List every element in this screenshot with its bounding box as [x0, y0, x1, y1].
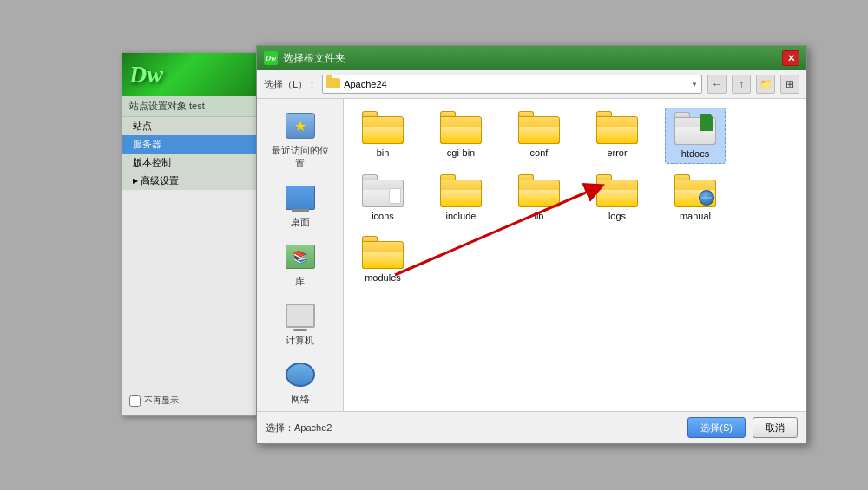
- file-item-icons[interactable]: icons: [352, 171, 413, 225]
- file-name-cgi-bin: cgi-bin: [447, 147, 475, 159]
- file-name-modules: modules: [365, 272, 401, 284]
- dw-site-label: 站点设置对象 test: [122, 96, 273, 117]
- dw-menu-item-site[interactable]: 站点: [122, 117, 273, 135]
- file-name-htdocs: htdocs: [681, 148, 709, 160]
- sidebar-label-library: 库: [295, 275, 305, 288]
- files-grid: bin cgi-bin: [352, 108, 798, 288]
- folder-icon-manual: [674, 174, 716, 207]
- dont-show-checkbox[interactable]: [129, 395, 141, 407]
- dialog-main: 最近访问的位置 桌面 📚 库 计算机: [257, 99, 806, 411]
- dialog-titlebar: Dw 选择根文件夹 ✕: [257, 46, 806, 70]
- sidebar-label-desktop: 桌面: [291, 216, 310, 229]
- dialog-title: 选择根文件夹: [283, 51, 782, 66]
- folder-icon-conf: [518, 111, 560, 144]
- folder-icon-modules: [362, 236, 404, 269]
- dw-background-window: Dw 站点设置对象 test 站点 服务器 版本控制 ▶ 高级设置 不再显示: [122, 52, 273, 416]
- toolbar-path-dropdown[interactable]: Apache24 ▼: [322, 75, 702, 94]
- file-name-include: include: [446, 211, 477, 222]
- sidebar-item-recent[interactable]: 最近访问的位置: [266, 106, 335, 174]
- file-item-lib[interactable]: lib: [509, 171, 569, 225]
- file-item-error[interactable]: error: [587, 108, 648, 164]
- sidebar-item-desktop[interactable]: 桌面: [266, 178, 335, 233]
- file-item-logs[interactable]: logs: [587, 171, 648, 225]
- file-name-manual: manual: [680, 211, 711, 222]
- file-name-logs: logs: [608, 211, 626, 222]
- confirm-button[interactable]: 选择(S): [687, 417, 746, 438]
- dialog-bottom-buttons: 选择(S) 取消: [687, 417, 798, 438]
- sidebar-item-computer[interactable]: 计算机: [266, 296, 335, 351]
- dw-checkbox-area: 不再显示: [129, 395, 179, 407]
- folder-icon-htdocs: [674, 112, 716, 145]
- file-item-cgi-bin[interactable]: cgi-bin: [431, 108, 491, 164]
- new-folder-button[interactable]: 📁: [756, 75, 775, 94]
- folder-icon-icons: [362, 174, 404, 207]
- library-icon: 📚: [285, 241, 316, 272]
- dialog-files-area: bin cgi-bin: [344, 99, 806, 411]
- sidebar-item-network[interactable]: 网络: [266, 355, 335, 410]
- close-button[interactable]: ✕: [782, 50, 799, 66]
- file-item-bin[interactable]: bin: [352, 108, 413, 164]
- dialog-toolbar: 选择（L）： Apache24 ▼ ← ↑ 📁 ⊞: [257, 70, 806, 99]
- file-name-lib: lib: [534, 211, 543, 222]
- dw-header: Dw: [122, 53, 273, 96]
- folder-icon-logs: [596, 174, 638, 207]
- file-name-icons: icons: [372, 211, 394, 222]
- dw-titlebar-icon: Dw: [264, 51, 278, 65]
- file-item-modules[interactable]: modules: [352, 232, 413, 287]
- dw-logo: Dw: [129, 61, 163, 88]
- sidebar-label-recent: 最近访问的位置: [270, 144, 331, 170]
- cancel-button[interactable]: 取消: [753, 417, 798, 438]
- recent-icon: [285, 110, 316, 141]
- folder-icon-lib: [518, 174, 560, 207]
- folder-icon-cgi-bin: [440, 111, 482, 144]
- current-path-text: Apache24: [344, 79, 691, 89]
- file-item-manual[interactable]: manual: [665, 171, 726, 225]
- network-icon: [285, 359, 316, 390]
- current-selection-label: 选择：Apache2: [266, 421, 332, 434]
- folder-icon-bin: [362, 111, 404, 144]
- dw-menu-item-advanced[interactable]: ▶ 高级设置: [122, 172, 273, 190]
- desktop-icon: [285, 182, 316, 213]
- back-button[interactable]: ←: [707, 75, 727, 94]
- file-item-include[interactable]: include: [431, 171, 491, 225]
- dialog-sidebar: 最近访问的位置 桌面 📚 库 计算机: [257, 99, 344, 411]
- toolbar-label: 选择（L）：: [264, 78, 317, 91]
- folder-icon-small: [326, 78, 340, 90]
- dw-menu-item-server[interactable]: 服务器: [122, 135, 273, 154]
- dialog-bottom: 选择：Apache2 选择(S) 取消: [257, 411, 806, 443]
- file-name-error: error: [607, 147, 627, 159]
- file-item-htdocs[interactable]: htdocs: [665, 108, 726, 164]
- sidebar-label-computer: 计算机: [286, 334, 314, 347]
- sidebar-label-network: 网络: [291, 393, 310, 406]
- file-name-bin: bin: [377, 147, 390, 159]
- folder-icon-include: [440, 174, 482, 207]
- dropdown-arrow-icon: ▼: [691, 81, 698, 88]
- computer-icon: [285, 300, 316, 331]
- file-item-conf[interactable]: conf: [509, 108, 569, 164]
- file-name-conf: conf: [530, 147, 549, 159]
- dw-menu: 站点 服务器 版本控制 ▶ 高级设置: [122, 117, 273, 190]
- file-dialog: Dw 选择根文件夹 ✕ 选择（L）： Apache24 ▼ ← ↑ 📁 ⊞ 最近…: [256, 45, 807, 444]
- sidebar-item-library[interactable]: 📚 库: [266, 237, 335, 292]
- dw-menu-item-version[interactable]: 版本控制: [122, 154, 273, 172]
- up-button[interactable]: ↑: [732, 75, 751, 94]
- view-button[interactable]: ⊞: [780, 75, 799, 94]
- folder-icon-error: [596, 111, 638, 144]
- chevron-right-icon: ▶: [133, 177, 138, 185]
